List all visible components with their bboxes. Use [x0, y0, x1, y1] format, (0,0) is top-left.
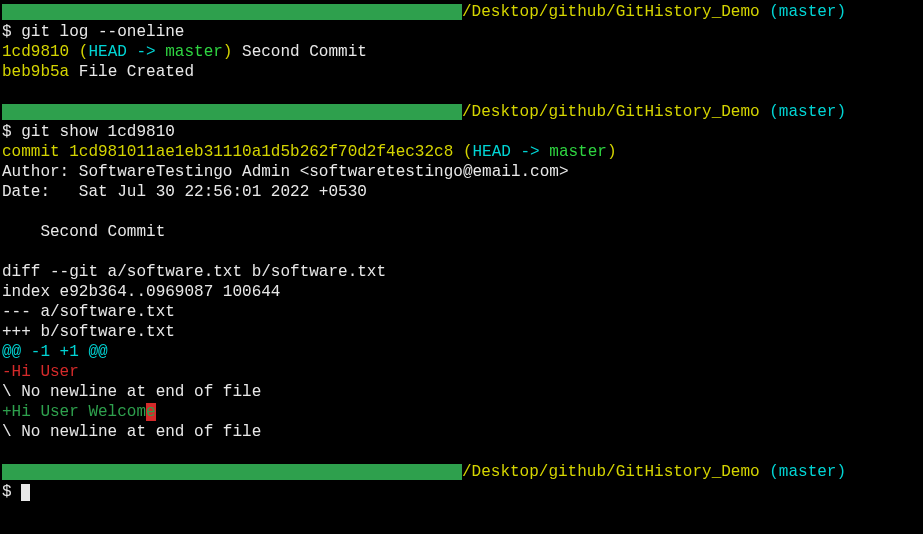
log-line-1: 1cd9810 (HEAD -> master) Second Commit [2, 42, 921, 62]
author-line: Author: SoftwareTestingo Admin <software… [2, 162, 921, 182]
branch-2: (master) [760, 103, 846, 121]
paren-open-2: ( [453, 143, 472, 161]
paren-open-1: ( [69, 43, 88, 61]
prompt-block-3: /Desktop/github/GitHistory_Demo (master) [2, 462, 921, 482]
diff-removed: -Hi User [2, 362, 921, 382]
diff-added: +Hi User Welcome [2, 402, 921, 422]
paren-close-2: ) [607, 143, 617, 161]
head-ref-1: HEAD -> [88, 43, 165, 61]
prompt-symbol-3: $ [2, 483, 21, 501]
diff-minus-file: --- a/software.txt [2, 302, 921, 322]
branch-3: (master) [760, 463, 846, 481]
prompt-block-1: /Desktop/github/GitHistory_Demo (master) [2, 2, 921, 22]
cursor-icon [21, 484, 30, 501]
added-text: +Hi User Welcom [2, 403, 146, 421]
path-1: /Desktop/github/GitHistory_Demo [462, 3, 760, 21]
command-line-3[interactable]: $ [2, 482, 921, 502]
redacted-bar [2, 4, 462, 20]
commit-message: Second Commit [2, 222, 921, 242]
path-3: /Desktop/github/GitHistory_Demo [462, 463, 760, 481]
paren-close-1: ) [223, 43, 233, 61]
diff-plus-file: +++ b/software.txt [2, 322, 921, 342]
redacted-bar [2, 464, 462, 480]
branch-ref-1: master [165, 43, 223, 61]
commit-line: commit 1cd981011ae1eb31110a1d5b262f70d2f… [2, 142, 921, 162]
log-msg-2: File Created [69, 63, 194, 81]
head-ref-2: HEAD -> [472, 143, 549, 161]
no-newline-1: \ No newline at end of file [2, 382, 921, 402]
redacted-bar [2, 104, 462, 120]
diff-index: index e92b364..0969087 100644 [2, 282, 921, 302]
log-line-2: beb9b5a File Created [2, 62, 921, 82]
command-1: git log --oneline [21, 23, 184, 41]
date-line: Date: Sat Jul 30 22:56:01 2022 +0530 [2, 182, 921, 202]
commit-hash: commit 1cd981011ae1eb31110a1d5b262f70d2f… [2, 143, 453, 161]
log-hash-2: beb9b5a [2, 63, 69, 81]
log-hash-1: 1cd9810 [2, 43, 69, 61]
diff-header: diff --git a/software.txt b/software.txt [2, 262, 921, 282]
prompt-symbol-1: $ [2, 23, 21, 41]
prompt-block-2: /Desktop/github/GitHistory_Demo (master) [2, 102, 921, 122]
terminal[interactable]: /Desktop/github/GitHistory_Demo (master)… [2, 2, 921, 502]
no-newline-2: \ No newline at end of file [2, 422, 921, 442]
command-line-1: $ git log --oneline [2, 22, 921, 42]
command-2: git show 1cd9810 [21, 123, 175, 141]
cursor-highlight: e [146, 403, 156, 421]
branch-ref-2: master [549, 143, 607, 161]
diff-hunk: @@ -1 +1 @@ [2, 342, 921, 362]
command-line-2: $ git show 1cd9810 [2, 122, 921, 142]
log-msg-1: Second Commit [232, 43, 366, 61]
branch-1: (master) [760, 3, 846, 21]
prompt-symbol-2: $ [2, 123, 21, 141]
path-2: /Desktop/github/GitHistory_Demo [462, 103, 760, 121]
